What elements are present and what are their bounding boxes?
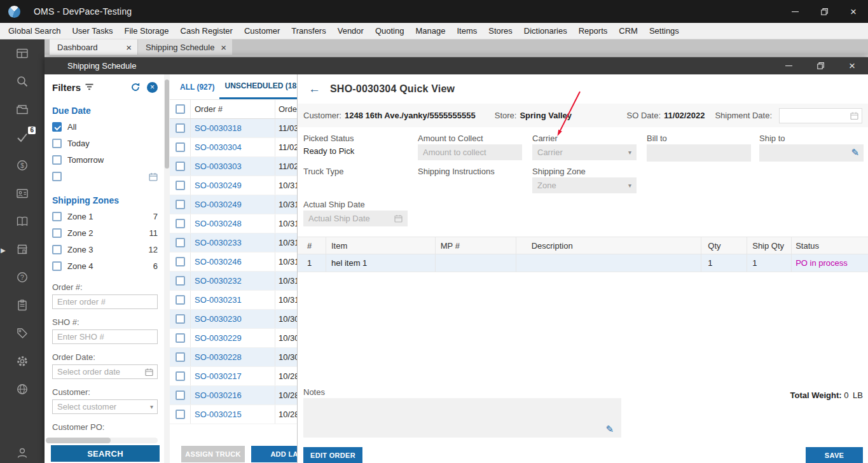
row-checkbox[interactable]: [176, 200, 185, 209]
amount-to-collect-input[interactable]: Amount to collect: [418, 144, 522, 160]
restore-button[interactable]: [809, 0, 839, 23]
checkbox[interactable]: [52, 139, 62, 148]
assign-truck-button[interactable]: ASSIGN TRUCK: [181, 446, 245, 462]
order-number-link[interactable]: SO-0030229: [191, 329, 275, 347]
row-checkbox[interactable]: [176, 181, 185, 190]
filter-option-tomorrow[interactable]: Tomorrow: [52, 152, 158, 168]
menu-item[interactable]: Items: [451, 23, 483, 39]
order-row[interactable]: SO-003021510/28: [170, 405, 297, 424]
menu-item[interactable]: Manage: [410, 23, 451, 39]
tab-unscheduled[interactable]: UNSCHEDULED (183): [219, 74, 297, 99]
order-number-link[interactable]: SO-0030246: [191, 252, 275, 271]
order-number-link[interactable]: SO-0030215: [191, 405, 275, 424]
order-number-link[interactable]: SO-0030232: [191, 272, 275, 290]
filter-option-zone4[interactable]: Zone 4 6: [52, 258, 158, 274]
order-row[interactable]: SO-003023310/31: [170, 233, 297, 252]
row-checkbox[interactable]: [176, 295, 185, 305]
menu-item[interactable]: Settings: [644, 23, 685, 39]
order-number-input[interactable]: Enter order #: [52, 294, 158, 309]
calendar-icon[interactable]: [850, 111, 858, 120]
checkbox[interactable]: [52, 172, 62, 181]
order-number-link[interactable]: SO-0030231: [191, 291, 275, 309]
filter-option-zone3[interactable]: Zone 3 12: [52, 242, 158, 258]
checkbox[interactable]: [52, 261, 62, 271]
row-checkbox[interactable]: [176, 142, 185, 152]
store-icon[interactable]: [16, 243, 29, 256]
edit-order-button[interactable]: EDIT ORDER: [303, 447, 362, 463]
clipboard-icon[interactable]: [16, 299, 29, 312]
row-checkbox[interactable]: [176, 390, 185, 400]
filter-option-all[interactable]: All: [52, 119, 158, 135]
menu-item[interactable]: Transfers: [286, 23, 331, 39]
help-icon[interactable]: ?: [16, 271, 29, 284]
order-row[interactable]: SO-003031811/03: [170, 119, 297, 138]
row-checkbox[interactable]: [176, 238, 185, 247]
filter-option-custom-date[interactable]: [52, 169, 158, 184]
sidebar-expand-icon[interactable]: ▶: [1, 247, 6, 254]
tab-dashboard[interactable]: Dashboard ×: [50, 39, 137, 55]
order-row[interactable]: SO-003024910/31: [170, 195, 297, 214]
checkbox[interactable]: [52, 245, 62, 254]
bill-to-box[interactable]: [647, 144, 751, 162]
minimize-button[interactable]: [780, 0, 809, 23]
customer-select[interactable]: Select customer ▾: [52, 399, 158, 414]
notes-textarea[interactable]: ✎: [303, 398, 621, 438]
calendar-icon[interactable]: [145, 368, 153, 376]
actual-ship-date-input[interactable]: Actual Ship Date: [303, 211, 408, 226]
menu-item[interactable]: Vendor: [332, 23, 369, 39]
tab-all[interactable]: ALL (927): [175, 74, 219, 99]
order-row[interactable]: SO-003023210/31: [170, 272, 297, 291]
edit-pencil-icon[interactable]: ✎: [851, 148, 859, 157]
tab-close-icon[interactable]: ×: [221, 43, 226, 52]
select-all-checkbox[interactable]: [176, 104, 185, 114]
search-icon[interactable]: [16, 75, 29, 88]
back-arrow-icon[interactable]: ←: [308, 82, 320, 96]
restore-button[interactable]: [804, 57, 836, 74]
filter-option-today[interactable]: Today: [52, 135, 158, 151]
order-number-link[interactable]: SO-0030217: [191, 367, 275, 385]
carrier-select[interactable]: Carrier ▾: [532, 144, 637, 160]
order-date-input[interactable]: Select order date: [52, 364, 158, 379]
order-number-link[interactable]: SO-0030303: [191, 157, 275, 176]
menu-item[interactable]: Global Search: [3, 23, 66, 39]
filter-option-zone1[interactable]: Zone 1 7: [52, 209, 158, 225]
order-row[interactable]: SO-003030311/02: [170, 157, 297, 176]
row-checkbox[interactable]: [176, 123, 185, 133]
vertical-scrollbar[interactable]: [164, 74, 170, 463]
refresh-icon[interactable]: [130, 82, 141, 92]
menu-item[interactable]: User Tasks: [66, 23, 118, 39]
menu-item[interactable]: Quoting: [369, 23, 410, 39]
order-row[interactable]: SO-003021710/28: [170, 367, 297, 386]
checkbox-checked[interactable]: [52, 122, 62, 132]
tab-shipping-schedule[interactable]: Shipping Schedule ×: [138, 39, 232, 55]
row-checkbox[interactable]: [176, 410, 185, 419]
shipment-date-input[interactable]: [779, 108, 862, 123]
globe-icon[interactable]: [16, 383, 29, 396]
tab-close-icon[interactable]: ×: [126, 43, 132, 52]
shipping-zone-select[interactable]: Zone ▾: [532, 177, 637, 193]
search-button[interactable]: SEARCH: [51, 445, 160, 462]
checkbox[interactable]: [52, 212, 62, 221]
order-row[interactable]: SO-003022810/30: [170, 348, 297, 367]
order-row[interactable]: SO-003023110/31: [170, 291, 297, 310]
calendar-icon[interactable]: [149, 172, 158, 181]
order-number-link[interactable]: SO-0030304: [191, 138, 275, 156]
payments-icon[interactable]: $: [16, 159, 29, 172]
menu-item[interactable]: Dictionaries: [518, 23, 573, 39]
menu-item[interactable]: Stores: [483, 23, 518, 39]
clear-filters-icon[interactable]: ×: [147, 82, 158, 93]
row-checkbox[interactable]: [176, 333, 185, 343]
order-row[interactable]: SO-003022910/30: [170, 329, 297, 348]
dashboard-icon[interactable]: [16, 47, 29, 60]
checkbox[interactable]: [52, 155, 62, 165]
order-number-link[interactable]: SO-0030248: [191, 214, 275, 233]
row-checkbox[interactable]: [176, 314, 185, 324]
scrollbar-thumb[interactable]: [46, 438, 111, 443]
ship-to-box[interactable]: ✎: [759, 144, 864, 162]
calendar-icon[interactable]: [394, 214, 403, 223]
close-button[interactable]: ×: [839, 0, 868, 23]
files-icon[interactable]: [16, 103, 29, 116]
menu-item[interactable]: Customer: [238, 23, 286, 39]
order-row[interactable]: SO-003021610/28: [170, 386, 297, 405]
order-number-link[interactable]: SO-0030228: [191, 348, 275, 366]
